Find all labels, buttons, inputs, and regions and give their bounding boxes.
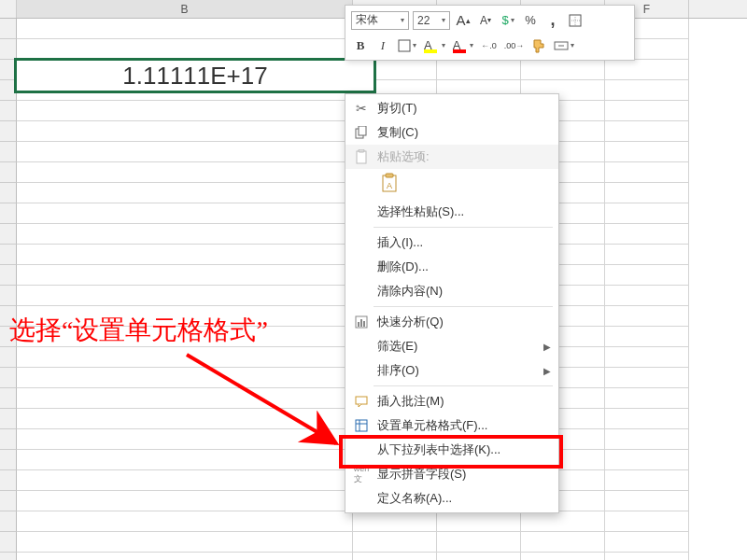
border-dropdown[interactable]: ▾ — [396, 35, 418, 56]
comment-icon — [351, 395, 372, 408]
decrease-font-button[interactable]: A▾ — [476, 10, 495, 31]
menu-clear-contents[interactable]: 清除内容(N) — [345, 279, 558, 303]
font-size-dropdown[interactable]: 22▾ — [413, 11, 450, 30]
menu-insert-comment-label: 插入批注(M) — [372, 393, 551, 410]
menu-paste-special[interactable]: 选择性粘贴(S)... — [345, 200, 558, 224]
menu-pick-from-list-label: 从下拉列表中选择(K)... — [372, 441, 551, 458]
svg-rect-17 — [356, 397, 367, 404]
menu-format-cells[interactable]: 设置单元格格式(F)... — [345, 413, 558, 438]
svg-rect-3 — [399, 40, 410, 51]
increase-font-button[interactable]: A▴ — [454, 10, 472, 31]
scissors-icon: ✂ — [351, 101, 372, 116]
submenu-arrow-icon: ▶ — [543, 366, 551, 376]
annotation-text: 选择“设置单元格格式” — [9, 313, 268, 348]
bold-button[interactable]: B — [351, 35, 370, 56]
menu-show-phonetic[interactable]: wén文 显示拼音字段(S) — [345, 462, 558, 486]
col-header-b[interactable]: B — [17, 0, 353, 18]
menu-paste-special-label: 选择性粘贴(S)... — [372, 203, 551, 220]
font-name-dropdown[interactable]: 宋体▾ — [351, 11, 409, 30]
menu-define-name[interactable]: 定义名称(A)... — [345, 486, 558, 511]
menu-copy-label: 复制(C) — [372, 124, 551, 141]
menu-paste-options: 粘贴选项: — [345, 145, 558, 169]
menu-sort-label: 排序(O) — [372, 362, 543, 379]
border-icon — [398, 39, 411, 52]
menu-copy[interactable]: 复制(C) — [345, 120, 558, 145]
merge-center-button[interactable]: ▾ — [552, 35, 576, 56]
comma-style-button[interactable]: , — [543, 10, 562, 31]
menu-sort[interactable]: 排序(O) ▶ — [345, 358, 558, 383]
quick-analysis-icon — [351, 315, 372, 329]
border-icon — [569, 14, 582, 27]
menu-delete[interactable]: 删除(D)... — [345, 255, 558, 279]
active-cell[interactable]: 1.11111E+17 — [14, 58, 376, 93]
menu-paste-options-label: 粘贴选项: — [372, 148, 551, 165]
svg-rect-15 — [360, 319, 362, 327]
paste-default-button[interactable]: A — [375, 171, 403, 195]
paste-options-row: A — [345, 169, 558, 200]
col-header-row[interactable] — [0, 0, 17, 18]
clipboard-icon — [351, 149, 372, 164]
menu-insert[interactable]: 插入(I)... — [345, 231, 558, 255]
format-painter-button[interactable] — [529, 35, 548, 56]
menu-cut-label: 剪切(T) — [372, 100, 551, 117]
menu-show-phonetic-label: 显示拼音字段(S) — [372, 466, 551, 483]
accounting-format-button[interactable]: $▾ — [499, 10, 517, 31]
svg-rect-7 — [359, 126, 366, 135]
svg-rect-11 — [386, 174, 393, 177]
format-cells-icon — [351, 419, 372, 432]
menu-quick-analysis[interactable]: 快速分析(Q) — [345, 310, 558, 334]
svg-text:A: A — [387, 181, 392, 190]
menu-filter-label: 筛选(E) — [372, 338, 543, 355]
font-name-label: 宋体 — [356, 12, 378, 28]
phonetic-icon: wén文 — [351, 464, 372, 485]
mini-toolbar: 宋体▾ 22▾ A▴ A▾ $▾ % , B I ▾ A▾ A▾ ←.0 .00… — [345, 5, 635, 61]
svg-rect-9 — [359, 149, 364, 152]
menu-clear-contents-label: 清除内容(N) — [372, 283, 551, 300]
menu-filter[interactable]: 筛选(E) ▶ — [345, 334, 558, 358]
cell-value: 1.11111E+17 — [122, 62, 267, 91]
paintbrush-icon — [531, 38, 546, 53]
svg-rect-18 — [356, 420, 367, 431]
increase-decimal-button[interactable]: ←.0 — [479, 35, 499, 56]
svg-rect-14 — [358, 322, 359, 327]
fill-color-button[interactable]: A▾ — [422, 35, 447, 56]
borders-button[interactable] — [566, 10, 585, 31]
submenu-arrow-icon: ▶ — [543, 342, 551, 352]
menu-insert-comment[interactable]: 插入批注(M) — [345, 389, 558, 413]
context-menu: ✂ 剪切(T) 复制(C) 粘贴选项: A 选择性粘贴(S)... 插入(I).… — [345, 93, 559, 513]
menu-define-name-label: 定义名称(A)... — [372, 490, 551, 507]
decrease-decimal-button[interactable]: .00→ — [502, 35, 527, 56]
percent-button[interactable]: % — [521, 10, 540, 31]
menu-insert-label: 插入(I)... — [372, 234, 551, 251]
svg-rect-8 — [357, 151, 366, 163]
copy-icon — [351, 126, 372, 139]
menu-quick-analysis-label: 快速分析(Q) — [372, 314, 551, 330]
menu-delete-label: 删除(D)... — [372, 259, 551, 275]
merge-icon — [554, 39, 569, 52]
font-color-button[interactable]: A▾ — [451, 35, 476, 56]
italic-button[interactable]: I — [374, 35, 392, 56]
svg-rect-16 — [363, 321, 365, 327]
menu-cut[interactable]: ✂ 剪切(T) — [345, 96, 558, 120]
menu-pick-from-list[interactable]: 从下拉列表中选择(K)... — [345, 438, 558, 462]
menu-format-cells-label: 设置单元格格式(F)... — [372, 417, 551, 434]
font-size-label: 22 — [417, 14, 430, 27]
